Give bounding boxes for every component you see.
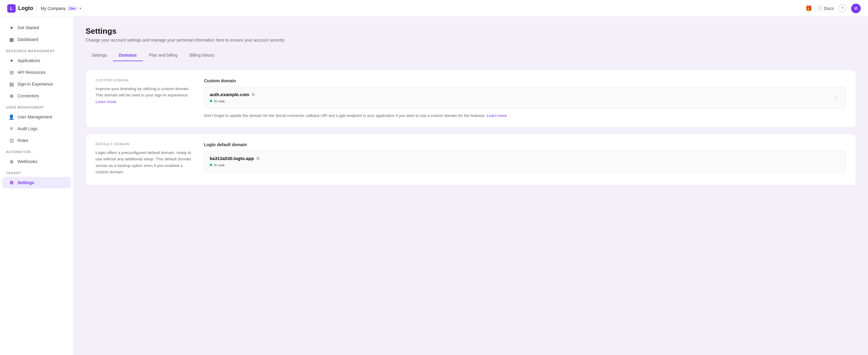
docs-label: Docs (824, 6, 834, 11)
resource-management-label: Resource Management (0, 45, 73, 55)
sidebar-item-label: Audit Logs (18, 126, 37, 131)
layout: ✦ Get Started ▦ Dashboard Resource Manag… (0, 17, 868, 355)
default-domain-status-row: In use (210, 163, 259, 167)
docs-button[interactable]: 📄 Docs (817, 5, 834, 11)
avatar[interactable]: И (851, 4, 861, 13)
custom-domain-right: Custom domain auth.example.com ⧉ In use … (204, 78, 846, 119)
gift-icon[interactable]: 🎁 (805, 5, 812, 12)
custom-domain-card: Custom Domain Improve your branding by u… (86, 70, 856, 127)
sidebar-item-api-resources[interactable]: ⊟ API Resources (2, 67, 71, 78)
default-domain-right: Logto default domain ka313a530.logto.app… (204, 142, 846, 176)
tabs: Settings Domains Plan and billing Billin… (86, 50, 856, 61)
default-status-dot (210, 164, 212, 166)
sidebar-item-sign-in-experience[interactable]: ▤ Sign-in Experience (2, 78, 71, 90)
sign-in-icon: ▤ (8, 81, 14, 87)
topbar-right: 🎁 📄 Docs ? И (805, 4, 861, 13)
custom-domain-info: auth.example.com ⧉ In use (210, 92, 255, 103)
topbar-divider (37, 5, 37, 12)
default-domain-title: Logto default domain (204, 142, 846, 147)
sidebar-item-label: User Management (18, 115, 52, 119)
custom-domain-left: Custom Domain Improve your branding by u… (96, 78, 192, 119)
sidebar-item-label: Settings (18, 180, 34, 185)
more-options-button[interactable]: ⋮ (832, 93, 840, 102)
sidebar-item-applications[interactable]: ✦ Applications (2, 55, 71, 66)
main-content: Settings Change your account settings an… (73, 17, 868, 355)
sidebar: ✦ Get Started ▦ Dashboard Resource Manag… (0, 17, 73, 355)
automation-label: Automation (0, 147, 73, 156)
tenant-name: My Company (41, 6, 65, 11)
sidebar-item-user-management[interactable]: 👤 User Management (2, 111, 71, 123)
logo-icon: L (7, 4, 16, 13)
sidebar-item-roles[interactable]: ⊡ Roles (2, 135, 71, 146)
page-title: Settings (86, 27, 856, 36)
sidebar-item-label: API Resources (18, 70, 45, 75)
logo-text: Logto (18, 5, 33, 11)
custom-domain-box: auth.example.com ⧉ In use ⋮ (204, 87, 846, 108)
sidebar-item-connectors[interactable]: ⊕ Connectors (2, 90, 71, 102)
sidebar-item-settings[interactable]: ⚙ Settings (2, 177, 71, 188)
tenant-selector[interactable]: My Company Dev ▾ (41, 6, 82, 11)
copy-icon[interactable]: ⧉ (252, 92, 255, 97)
default-domain-card: Default Domain Logto offers a preconfigu… (86, 133, 856, 185)
sidebar-item-label: Dashboard (18, 37, 38, 42)
sidebar-item-get-started[interactable]: ✦ Get Started (2, 22, 71, 33)
custom-domain-notice: Don't forget to update the domain for th… (204, 113, 846, 119)
notice-learn-more[interactable]: Learn more (487, 113, 507, 118)
dashboard-icon: ▦ (8, 36, 14, 42)
get-started-icon: ✦ (8, 25, 14, 31)
default-domain-status: In use (214, 163, 224, 167)
default-domain-description: Logto offers a preconfigured default dom… (96, 150, 192, 175)
sidebar-item-audit-logs[interactable]: ≡ Audit Logs (2, 123, 71, 134)
custom-domain-learn-more[interactable]: Learn more (96, 99, 116, 104)
default-domain-left: Default Domain Logto offers a preconfigu… (96, 142, 192, 176)
chevron-down-icon: ▾ (80, 6, 82, 10)
sidebar-item-label: Applications (18, 58, 40, 63)
user-management-icon: 👤 (8, 114, 14, 120)
sidebar-item-label: Sign-in Experience (18, 82, 53, 87)
status-dot (210, 100, 212, 102)
sidebar-item-dashboard[interactable]: ▦ Dashboard (2, 34, 71, 45)
tab-plan-billing[interactable]: Plan and billing (143, 50, 184, 61)
dev-badge: Dev (67, 6, 78, 11)
settings-icon: ⚙ (8, 180, 14, 186)
user-management-section-label: User Management (0, 102, 73, 111)
logo: L Logto (7, 4, 33, 13)
page-subtitle: Change your account settings and manage … (86, 38, 856, 42)
custom-domain-description: Improve your branding by utilizing a cus… (96, 86, 192, 105)
sidebar-item-label: Connectors (18, 93, 39, 98)
tenant-label: Tenant (0, 167, 73, 176)
tab-billing-history[interactable]: Billing history (184, 50, 220, 61)
sidebar-item-webhooks[interactable]: ⊛ Webhooks (2, 156, 71, 167)
audit-logs-icon: ≡ (8, 126, 14, 132)
applications-icon: ✦ (8, 58, 14, 64)
default-domain-box: ka313a530.logto.app ⧉ In use (204, 151, 846, 172)
api-resources-icon: ⊟ (8, 69, 14, 75)
custom-domain-status-row: In use (210, 99, 255, 103)
tab-domains[interactable]: Domains (113, 50, 143, 61)
default-domain-section-label: Default Domain (96, 142, 192, 146)
topbar: L Logto My Company Dev ▾ 🎁 📄 Docs ? И (0, 0, 868, 17)
webhooks-icon: ⊛ (8, 159, 14, 165)
custom-domain-name: auth.example.com (210, 92, 249, 97)
default-domain-name-row: ka313a530.logto.app ⧉ (210, 156, 259, 161)
tab-settings[interactable]: Settings (86, 50, 113, 61)
sidebar-item-label: Webhooks (18, 159, 37, 164)
sidebar-item-label: Get Started (18, 25, 39, 30)
sidebar-item-label: Roles (18, 138, 28, 143)
docs-icon: 📄 (817, 5, 823, 11)
default-domain-info: ka313a530.logto.app ⧉ In use (210, 156, 259, 167)
roles-icon: ⊡ (8, 137, 14, 143)
custom-domain-name-row: auth.example.com ⧉ (210, 92, 255, 97)
custom-domain-section-label: Custom Domain (96, 78, 192, 82)
connectors-icon: ⊕ (8, 93, 14, 99)
custom-domain-status: In use (214, 99, 224, 103)
copy-icon-default[interactable]: ⧉ (256, 156, 259, 161)
custom-domain-title: Custom domain (204, 78, 846, 83)
default-domain-name: ka313a530.logto.app (210, 156, 254, 161)
help-icon[interactable]: ? (838, 4, 846, 12)
